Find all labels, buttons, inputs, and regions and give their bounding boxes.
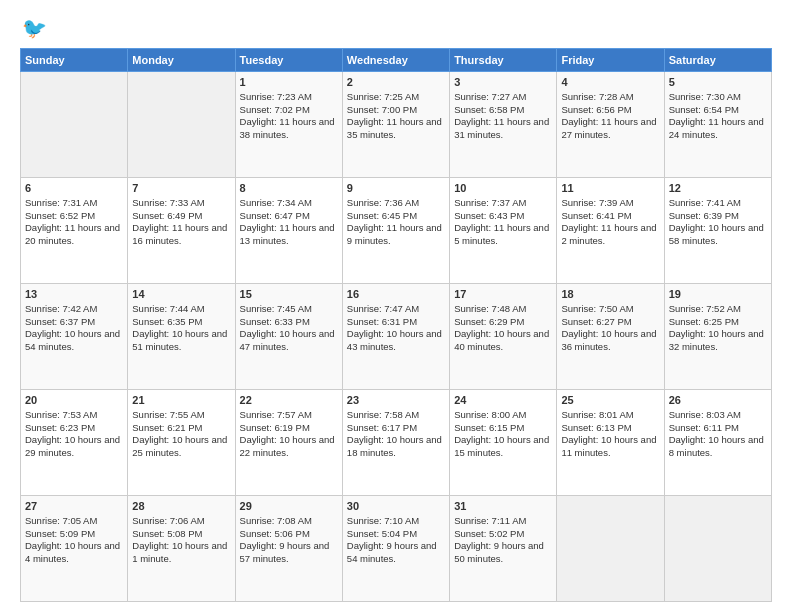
calendar-cell: 30Sunrise: 7:10 AMSunset: 5:04 PMDayligh… (342, 496, 449, 602)
sunrise-text: Sunrise: 7:05 AM (25, 515, 97, 526)
daylight-text: Daylight: 10 hours and 1 minute. (132, 540, 227, 564)
sunrise-text: Sunrise: 7:53 AM (25, 409, 97, 420)
daylight-text: Daylight: 9 hours and 57 minutes. (240, 540, 330, 564)
calendar-cell (557, 496, 664, 602)
daylight-text: Daylight: 10 hours and 43 minutes. (347, 328, 442, 352)
weekday-header: Monday (128, 49, 235, 72)
sunset-text: Sunset: 6:49 PM (132, 210, 202, 221)
daylight-text: Daylight: 11 hours and 31 minutes. (454, 116, 549, 140)
weekday-header: Sunday (21, 49, 128, 72)
sunrise-text: Sunrise: 7:57 AM (240, 409, 312, 420)
daylight-text: Daylight: 11 hours and 5 minutes. (454, 222, 549, 246)
calendar-cell: 7Sunrise: 7:33 AMSunset: 6:49 PMDaylight… (128, 178, 235, 284)
day-number: 5 (669, 75, 767, 90)
sunrise-text: Sunrise: 7:25 AM (347, 91, 419, 102)
day-number: 10 (454, 181, 552, 196)
calendar-cell: 20Sunrise: 7:53 AMSunset: 6:23 PMDayligh… (21, 390, 128, 496)
calendar-cell: 6Sunrise: 7:31 AMSunset: 6:52 PMDaylight… (21, 178, 128, 284)
calendar-week-row: 13Sunrise: 7:42 AMSunset: 6:37 PMDayligh… (21, 284, 772, 390)
weekday-header-row: SundayMondayTuesdayWednesdayThursdayFrid… (21, 49, 772, 72)
daylight-text: Daylight: 10 hours and 11 minutes. (561, 434, 656, 458)
calendar-cell: 19Sunrise: 7:52 AMSunset: 6:25 PMDayligh… (664, 284, 771, 390)
daylight-text: Daylight: 10 hours and 58 minutes. (669, 222, 764, 246)
daylight-text: Daylight: 10 hours and 25 minutes. (132, 434, 227, 458)
sunset-text: Sunset: 6:45 PM (347, 210, 417, 221)
sunset-text: Sunset: 6:41 PM (561, 210, 631, 221)
sunrise-text: Sunrise: 8:01 AM (561, 409, 633, 420)
daylight-text: Daylight: 9 hours and 54 minutes. (347, 540, 437, 564)
day-number: 26 (669, 393, 767, 408)
sunrise-text: Sunrise: 7:39 AM (561, 197, 633, 208)
day-number: 15 (240, 287, 338, 302)
sunset-text: Sunset: 6:52 PM (25, 210, 95, 221)
daylight-text: Daylight: 10 hours and 29 minutes. (25, 434, 120, 458)
sunset-text: Sunset: 6:43 PM (454, 210, 524, 221)
day-number: 24 (454, 393, 552, 408)
sunset-text: Sunset: 6:58 PM (454, 104, 524, 115)
sunrise-text: Sunrise: 7:30 AM (669, 91, 741, 102)
sunrise-text: Sunrise: 7:37 AM (454, 197, 526, 208)
sunset-text: Sunset: 6:31 PM (347, 316, 417, 327)
calendar-cell: 4Sunrise: 7:28 AMSunset: 6:56 PMDaylight… (557, 72, 664, 178)
sunset-text: Sunset: 6:13 PM (561, 422, 631, 433)
sunset-text: Sunset: 6:29 PM (454, 316, 524, 327)
day-number: 3 (454, 75, 552, 90)
sunrise-text: Sunrise: 7:10 AM (347, 515, 419, 526)
day-number: 6 (25, 181, 123, 196)
calendar-cell: 25Sunrise: 8:01 AMSunset: 6:13 PMDayligh… (557, 390, 664, 496)
day-number: 14 (132, 287, 230, 302)
sunrise-text: Sunrise: 7:33 AM (132, 197, 204, 208)
logo-bird-icon: 🐦 (22, 16, 47, 40)
calendar-cell: 11Sunrise: 7:39 AMSunset: 6:41 PMDayligh… (557, 178, 664, 284)
sunrise-text: Sunrise: 7:08 AM (240, 515, 312, 526)
day-number: 23 (347, 393, 445, 408)
daylight-text: Daylight: 11 hours and 35 minutes. (347, 116, 442, 140)
day-number: 17 (454, 287, 552, 302)
daylight-text: Daylight: 11 hours and 2 minutes. (561, 222, 656, 246)
calendar-cell: 15Sunrise: 7:45 AMSunset: 6:33 PMDayligh… (235, 284, 342, 390)
sunset-text: Sunset: 6:54 PM (669, 104, 739, 115)
day-number: 13 (25, 287, 123, 302)
sunrise-text: Sunrise: 7:41 AM (669, 197, 741, 208)
sunset-text: Sunset: 6:23 PM (25, 422, 95, 433)
sunrise-text: Sunrise: 7:48 AM (454, 303, 526, 314)
calendar-week-row: 27Sunrise: 7:05 AMSunset: 5:09 PMDayligh… (21, 496, 772, 602)
sunrise-text: Sunrise: 7:44 AM (132, 303, 204, 314)
calendar-cell: 28Sunrise: 7:06 AMSunset: 5:08 PMDayligh… (128, 496, 235, 602)
daylight-text: Daylight: 10 hours and 8 minutes. (669, 434, 764, 458)
calendar-cell: 31Sunrise: 7:11 AMSunset: 5:02 PMDayligh… (450, 496, 557, 602)
sunrise-text: Sunrise: 7:42 AM (25, 303, 97, 314)
daylight-text: Daylight: 11 hours and 16 minutes. (132, 222, 227, 246)
calendar-cell: 22Sunrise: 7:57 AMSunset: 6:19 PMDayligh… (235, 390, 342, 496)
daylight-text: Daylight: 10 hours and 54 minutes. (25, 328, 120, 352)
day-number: 29 (240, 499, 338, 514)
day-number: 7 (132, 181, 230, 196)
sunset-text: Sunset: 6:47 PM (240, 210, 310, 221)
day-number: 25 (561, 393, 659, 408)
calendar-cell: 18Sunrise: 7:50 AMSunset: 6:27 PMDayligh… (557, 284, 664, 390)
calendar-cell: 16Sunrise: 7:47 AMSunset: 6:31 PMDayligh… (342, 284, 449, 390)
day-number: 1 (240, 75, 338, 90)
sunrise-text: Sunrise: 7:58 AM (347, 409, 419, 420)
sunrise-text: Sunrise: 7:52 AM (669, 303, 741, 314)
calendar-cell: 26Sunrise: 8:03 AMSunset: 6:11 PMDayligh… (664, 390, 771, 496)
sunset-text: Sunset: 6:17 PM (347, 422, 417, 433)
daylight-text: Daylight: 10 hours and 47 minutes. (240, 328, 335, 352)
sunset-text: Sunset: 5:02 PM (454, 528, 524, 539)
daylight-text: Daylight: 11 hours and 27 minutes. (561, 116, 656, 140)
day-number: 28 (132, 499, 230, 514)
daylight-text: Daylight: 10 hours and 32 minutes. (669, 328, 764, 352)
daylight-text: Daylight: 10 hours and 40 minutes. (454, 328, 549, 352)
sunrise-text: Sunrise: 7:11 AM (454, 515, 526, 526)
sunrise-text: Sunrise: 7:47 AM (347, 303, 419, 314)
calendar-cell: 9Sunrise: 7:36 AMSunset: 6:45 PMDaylight… (342, 178, 449, 284)
sunset-text: Sunset: 7:00 PM (347, 104, 417, 115)
sunset-text: Sunset: 6:56 PM (561, 104, 631, 115)
weekday-header: Saturday (664, 49, 771, 72)
sunset-text: Sunset: 6:33 PM (240, 316, 310, 327)
weekday-header: Friday (557, 49, 664, 72)
sunrise-text: Sunrise: 8:03 AM (669, 409, 741, 420)
page: 🐦 SundayMondayTuesdayWednesdayThursdayFr… (0, 0, 792, 612)
daylight-text: Daylight: 11 hours and 38 minutes. (240, 116, 335, 140)
calendar-week-row: 20Sunrise: 7:53 AMSunset: 6:23 PMDayligh… (21, 390, 772, 496)
